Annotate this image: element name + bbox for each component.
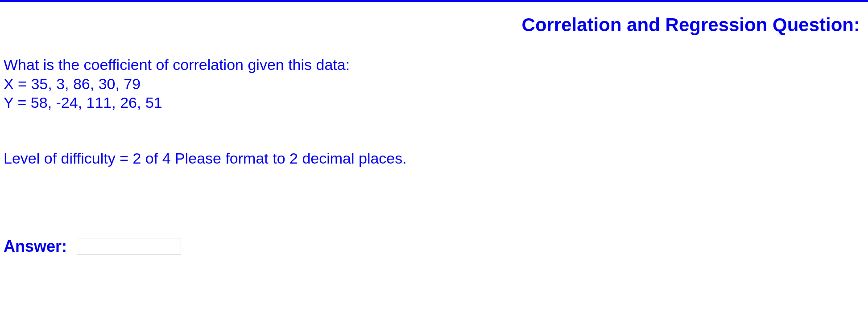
page-title: Correlation and Regression Question:: [522, 14, 860, 36]
question-prompt: What is the coefficient of correlation g…: [4, 55, 350, 74]
format-line: Please format to 2 decimal places.: [175, 150, 407, 167]
answer-label: Answer:: [4, 237, 67, 256]
answer-input[interactable]: [77, 238, 181, 255]
question-block: What is the coefficient of correlation g…: [4, 55, 350, 112]
meta-block: Level of difficulty = 2 of 4 Please form…: [4, 149, 407, 168]
data-y-line: Y = 58, -24, 111, 26, 51: [4, 93, 350, 112]
answer-row: Answer:: [4, 237, 181, 256]
page-root: Correlation and Regression Question: Wha…: [0, 0, 868, 320]
data-x-line: X = 35, 3, 86, 30, 79: [4, 74, 350, 94]
difficulty-line: Level of difficulty = 2 of 4: [4, 150, 171, 167]
